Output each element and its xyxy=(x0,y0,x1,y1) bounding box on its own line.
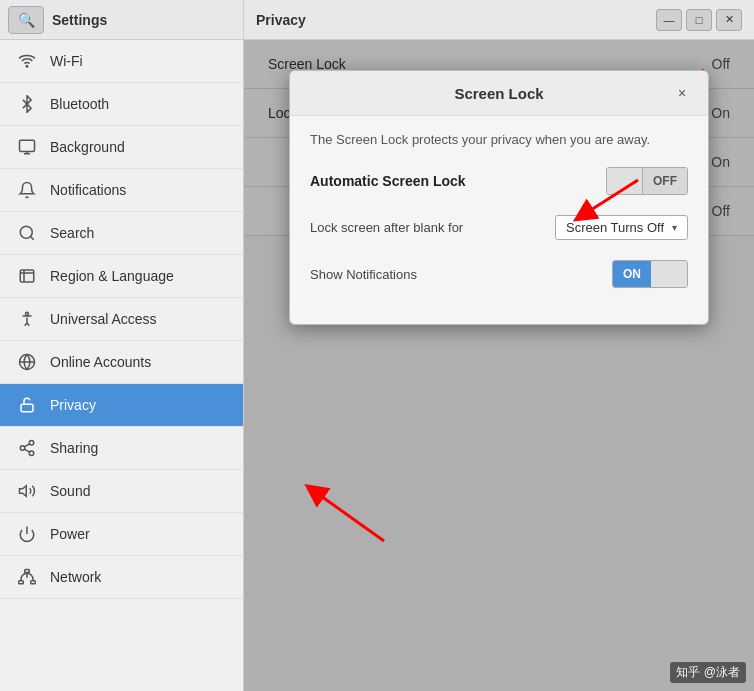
search-button[interactable]: 🔍 xyxy=(8,6,44,34)
modal-title: Screen Lock xyxy=(326,85,672,102)
top-bar-left: 🔍 Settings xyxy=(0,0,244,39)
sidebar-item-power[interactable]: Power xyxy=(0,513,243,556)
svg-marker-14 xyxy=(20,486,27,497)
svg-rect-1 xyxy=(20,140,35,151)
sidebar-item-privacy[interactable]: Privacy xyxy=(0,384,243,427)
sharing-label: Sharing xyxy=(50,440,98,456)
power-icon xyxy=(16,523,38,545)
modal-body: The Screen Lock protects your privacy wh… xyxy=(290,116,708,324)
minimize-button[interactable]: — xyxy=(656,9,682,31)
svg-point-11 xyxy=(29,451,34,456)
show-notifications-label: Show Notifications xyxy=(310,267,417,282)
dropdown-arrow-icon: ▾ xyxy=(672,222,677,233)
sidebar-item-region[interactable]: Region & Language xyxy=(0,255,243,298)
sidebar-item-universal-access[interactable]: Universal Access xyxy=(0,298,243,341)
content-area: Screen Lock Off Location Services On On … xyxy=(244,40,754,691)
power-label: Power xyxy=(50,526,90,542)
svg-line-23 xyxy=(583,180,638,215)
svg-line-3 xyxy=(30,236,33,239)
toggle-on-inactive-part xyxy=(651,261,687,287)
sidebar-item-notifications[interactable]: Notifications xyxy=(0,169,243,212)
universal-access-icon xyxy=(16,308,38,330)
svg-point-0 xyxy=(26,66,28,68)
toggle-on-label: ON xyxy=(613,261,651,287)
sidebar-item-bluetooth[interactable]: Bluetooth xyxy=(0,83,243,126)
svg-rect-17 xyxy=(19,581,24,584)
universal-access-label: Universal Access xyxy=(50,311,157,327)
search-label: Search xyxy=(50,225,94,241)
sidebar-item-sound[interactable]: Sound xyxy=(0,470,243,513)
notifications-icon xyxy=(16,179,38,201)
svg-point-10 xyxy=(20,446,25,451)
auto-lock-label: Automatic Screen Lock xyxy=(310,173,466,189)
svg-rect-16 xyxy=(25,570,30,573)
svg-rect-4 xyxy=(20,270,34,282)
modal-close-button[interactable]: × xyxy=(672,83,692,103)
network-icon xyxy=(16,566,38,588)
arrow-toggle xyxy=(568,175,648,225)
window-controls: — □ ✕ xyxy=(656,9,742,31)
modal-header: Screen Lock × xyxy=(290,71,708,116)
search-icon: 🔍 xyxy=(18,12,35,28)
privacy-title: Privacy xyxy=(256,12,306,28)
sound-icon xyxy=(16,480,38,502)
maximize-button[interactable]: □ xyxy=(686,9,712,31)
sidebar-item-search[interactable]: Search xyxy=(0,212,243,255)
region-label: Region & Language xyxy=(50,268,174,284)
toggle-off-label: OFF xyxy=(643,168,687,194)
svg-line-12 xyxy=(24,449,29,452)
sidebar-item-wifi[interactable]: Wi-Fi xyxy=(0,40,243,83)
online-accounts-label: Online Accounts xyxy=(50,354,151,370)
close-button[interactable]: ✕ xyxy=(716,9,742,31)
svg-point-9 xyxy=(29,441,34,446)
modal-description: The Screen Lock protects your privacy wh… xyxy=(310,132,688,147)
background-label: Background xyxy=(50,139,125,155)
bluetooth-icon xyxy=(16,93,38,115)
top-bar-right: Privacy — □ ✕ xyxy=(244,0,754,39)
sound-label: Sound xyxy=(50,483,90,499)
svg-point-7 xyxy=(26,312,29,315)
notifications-label: Notifications xyxy=(50,182,126,198)
svg-rect-18 xyxy=(31,581,36,584)
screen-lock-modal: Screen Lock × The Screen Lock protects y… xyxy=(289,70,709,325)
bluetooth-label: Bluetooth xyxy=(50,96,109,112)
privacy-label: Privacy xyxy=(50,397,96,413)
sidebar-item-background[interactable]: Background xyxy=(0,126,243,169)
search-sidebar-icon xyxy=(16,222,38,244)
sidebar-item-online-accounts[interactable]: Online Accounts xyxy=(0,341,243,384)
settings-title: Settings xyxy=(52,12,107,28)
svg-line-13 xyxy=(24,444,29,447)
show-notifications-toggle[interactable]: ON xyxy=(612,260,688,288)
sidebar: Wi-Fi Bluetooth Background xyxy=(0,40,244,691)
top-bar: 🔍 Settings Privacy — □ ✕ xyxy=(0,0,754,40)
lock-after-label: Lock screen after blank for xyxy=(310,220,463,235)
svg-point-2 xyxy=(20,226,32,238)
wifi-icon xyxy=(16,50,38,72)
privacy-icon xyxy=(16,394,38,416)
online-accounts-icon xyxy=(16,351,38,373)
wifi-label: Wi-Fi xyxy=(50,53,83,69)
region-icon xyxy=(16,265,38,287)
show-notifications-row: Show Notifications ON xyxy=(310,260,688,288)
main-layout: Wi-Fi Bluetooth Background xyxy=(0,40,754,691)
network-label: Network xyxy=(50,569,101,585)
watermark: 知乎 @泳者 xyxy=(670,662,746,683)
background-icon xyxy=(16,136,38,158)
sidebar-item-network[interactable]: Network xyxy=(0,556,243,599)
sharing-icon xyxy=(16,437,38,459)
sidebar-item-sharing[interactable]: Sharing xyxy=(0,427,243,470)
modal-overlay: Screen Lock × The Screen Lock protects y… xyxy=(244,40,754,691)
